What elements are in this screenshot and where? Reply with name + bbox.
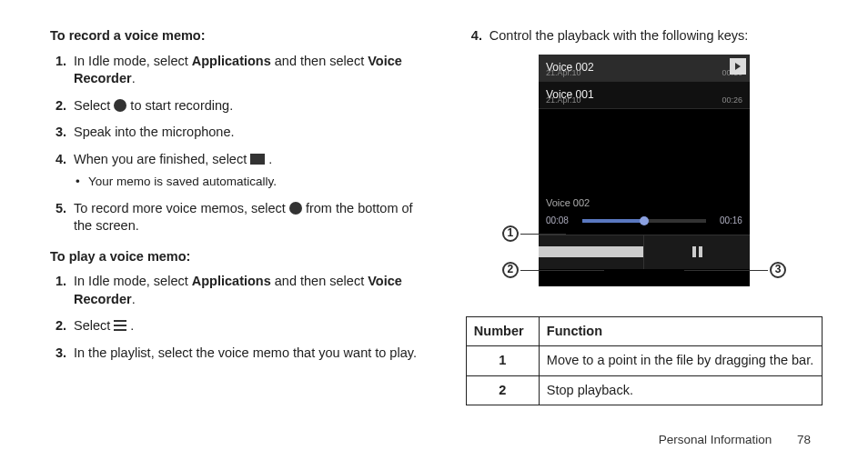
record-step-4: 4. When you are finished, select . Your … xyxy=(56,151,425,191)
callout-2-lead xyxy=(520,270,604,271)
play-step-2: 2. Select . xyxy=(56,317,425,335)
td-fn-2: Stop playback. xyxy=(539,375,822,405)
record-icon xyxy=(114,99,126,112)
heading-record: To record a voice memo: xyxy=(50,27,425,45)
record-step-3: 3. Speak into the microphone. xyxy=(56,124,425,142)
stop-icon xyxy=(250,154,265,165)
progress-row: 00:08 00:16 xyxy=(539,211,750,235)
phone-screenshot-wrapper: Voice 002 21.Apr.10 00:16 Voice 001 21.A… xyxy=(466,55,823,309)
memo-row: Voice 001 21.Apr.10 00:26 xyxy=(539,82,750,109)
play-step-4: 4. Control the playback with the followi… xyxy=(471,27,823,45)
play-step-1: 1. In Idle mode, select Applications and… xyxy=(56,273,425,308)
play-small-icon xyxy=(730,58,746,75)
page-footer: Personal Information 78 xyxy=(659,432,811,448)
now-playing-title: Voice 002 xyxy=(539,191,750,212)
record-step-1: 1. In Idle mode, select Applications and… xyxy=(56,53,425,88)
callout-2: 2 xyxy=(502,262,519,278)
play-step-3: 3. In the playlist, select the voice mem… xyxy=(56,345,425,363)
total-time: 00:16 xyxy=(712,215,742,227)
memo-date: 21.Apr.10 xyxy=(546,95,581,105)
right-column: 4. Control the playback with the followi… xyxy=(466,27,823,405)
callout-3-lead xyxy=(684,270,768,271)
record-step-5: 5. To record more voice memos, select fr… xyxy=(56,200,425,235)
play-steps: 1. In Idle mode, select Applications and… xyxy=(50,273,425,362)
progress-bar[interactable] xyxy=(582,219,706,223)
record-steps: 1. In Idle mode, select Applications and… xyxy=(50,53,425,235)
pause-button[interactable] xyxy=(644,235,750,269)
th-function: Function xyxy=(539,316,822,346)
memo-duration: 00:26 xyxy=(722,95,742,105)
record-step-2: 2. Select to start recording. xyxy=(56,97,425,115)
elapsed-time: 00:08 xyxy=(546,215,577,227)
td-num-1: 1 xyxy=(466,346,539,376)
callout-3: 3 xyxy=(770,262,786,278)
list-icon xyxy=(114,320,126,331)
footer-section: Personal Information xyxy=(659,433,772,446)
th-number: Number xyxy=(466,316,539,346)
callout-1: 1 xyxy=(502,225,519,242)
record-icon xyxy=(289,202,302,215)
td-fn-1: Move to a point in the file by dragging … xyxy=(539,346,822,376)
progress-handle[interactable] xyxy=(640,216,649,225)
page-number: 78 xyxy=(797,433,811,446)
td-num-2: 2 xyxy=(466,375,539,405)
playback-controls xyxy=(539,235,750,269)
memo-row-selected: Voice 002 21.Apr.10 00:16 xyxy=(539,55,750,82)
phone-screenshot: Voice 002 21.Apr.10 00:16 Voice 001 21.A… xyxy=(539,55,750,286)
memo-date: 21.Apr.10 xyxy=(546,67,581,78)
heading-play: To play a voice memo: xyxy=(50,248,425,266)
callout-1-lead xyxy=(520,234,566,235)
function-table: Number Function 1 Move to a point in the… xyxy=(466,316,823,406)
record-step-4-note: Your memo is saved automatically. xyxy=(74,174,425,190)
stop-button[interactable] xyxy=(539,235,645,269)
left-column: To record a voice memo: 1. In Idle mode,… xyxy=(50,27,425,405)
